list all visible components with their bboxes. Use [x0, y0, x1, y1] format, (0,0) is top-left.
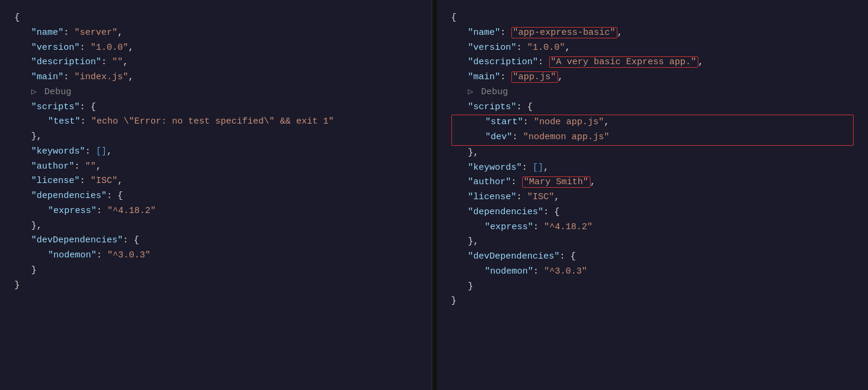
punct: : — [511, 177, 522, 187]
brace: } — [14, 278, 20, 293]
array-value: [] — [533, 163, 544, 173]
code-line: "express": "^4.18.2" — [14, 204, 417, 219]
code-line: "license": "ISC", — [451, 190, 854, 205]
debug-triangle: ▷ — [468, 85, 474, 100]
json-key: "license" — [31, 176, 80, 186]
punct: : — [80, 102, 91, 112]
string-value: "1.0.0" — [528, 43, 565, 53]
brace: } — [31, 263, 37, 278]
json-key: "description" — [468, 57, 538, 67]
punct: : — [501, 72, 511, 82]
json-key: "scripts" — [468, 102, 517, 112]
code-line: "description": "", — [14, 55, 417, 70]
string-value: "^3.0.3" — [107, 250, 150, 260]
string-value: "nodemon app.js" — [523, 132, 610, 142]
highlighted-value: "A very basic Express app." — [549, 56, 698, 68]
json-key: "name" — [31, 28, 64, 38]
punct: : — [534, 266, 544, 277]
string-value: "" — [112, 57, 123, 67]
highlighted-value: "app.js" — [511, 71, 558, 83]
debug-line: ▷ Debug — [468, 85, 508, 100]
punct: : — [534, 222, 544, 232]
brace: { — [451, 11, 457, 26]
punct: : — [517, 192, 528, 202]
json-key: "dependencies" — [31, 191, 107, 201]
punct: : — [523, 117, 534, 127]
json-key: "dev" — [486, 132, 513, 142]
comma: , — [128, 72, 134, 82]
code-line: "description": "A very basic Express app… — [451, 55, 854, 70]
code-line: "dependencies": { — [14, 189, 417, 204]
punct: : — [85, 146, 96, 157]
panel-separator — [432, 0, 437, 390]
punct: : — [64, 72, 74, 82]
punct: : — [513, 132, 523, 142]
json-key: "test" — [48, 116, 80, 127]
string-value: "ISC" — [91, 176, 117, 186]
code-line: "name": "server", — [14, 26, 417, 41]
json-key: "devDependencies" — [468, 251, 560, 262]
code-line: } — [451, 294, 854, 309]
punct: : — [522, 163, 533, 173]
code-line: } — [14, 278, 417, 293]
comma: , — [107, 146, 112, 157]
code-line: "scripts": { — [14, 100, 417, 115]
string-value: "A very basic Express app." — [551, 57, 697, 67]
code-line: "name": "app-express-basic", — [451, 26, 854, 41]
punct: : — [80, 176, 91, 186]
comma: , — [604, 117, 610, 127]
code-line: }, — [451, 235, 854, 250]
brace: { — [134, 235, 139, 245]
punct: : — [80, 43, 91, 53]
code-line: "author": "", — [14, 160, 417, 175]
json-key: "name" — [468, 28, 501, 38]
json-key: "description" — [31, 57, 101, 67]
punct: : — [501, 28, 511, 38]
code-line: "license": "ISC", — [14, 174, 417, 189]
code-line: "express": "^4.18.2" — [451, 220, 854, 235]
brace: { — [571, 251, 576, 262]
json-key: "main" — [468, 72, 501, 82]
code-line: { — [451, 11, 854, 26]
comma: , — [544, 163, 549, 173]
string-value: "node app.js" — [534, 117, 604, 127]
json-key: "devDependencies" — [31, 235, 123, 245]
json-key: "author" — [31, 161, 74, 172]
brace: }, — [468, 146, 479, 161]
json-key: "express" — [485, 222, 534, 232]
string-value: "app-express-basic" — [513, 28, 616, 38]
debug-line: ▷ Debug — [31, 85, 71, 100]
punct: : — [80, 116, 91, 127]
string-value: "echo \"Error: no test specified\" && ex… — [91, 116, 334, 127]
comma: , — [698, 57, 704, 67]
code-line: "keywords": [], — [14, 145, 417, 160]
json-key: "version" — [31, 43, 80, 53]
json-key: "author" — [468, 177, 511, 187]
code-line: "scripts": { — [451, 100, 854, 115]
code-line: "version": "1.0.0", — [451, 41, 854, 56]
punct: : — [560, 251, 571, 262]
code-line: "dependencies": { — [451, 205, 854, 220]
comma: , — [558, 72, 563, 82]
code-line: ▷ Debug — [14, 85, 417, 100]
right-panel: {"name": "app-express-basic","version": … — [437, 0, 869, 390]
brace: { — [91, 102, 96, 112]
brace: { — [14, 11, 20, 26]
left-panel: {"name": "server","version": "1.0.0","de… — [0, 0, 432, 390]
punct: : — [123, 235, 134, 245]
code-line: "author": "Mary Smith", — [451, 175, 854, 190]
code-line: { — [14, 11, 417, 26]
json-key: "start" — [486, 117, 523, 127]
highlighted-value: "Mary Smith" — [522, 176, 590, 188]
punct: : — [538, 57, 549, 67]
comma: , — [590, 177, 596, 187]
punct: : — [97, 206, 107, 216]
comma: , — [96, 161, 101, 172]
brace: }, — [31, 130, 42, 145]
json-key: "nodemon" — [48, 250, 97, 260]
comma: , — [128, 43, 134, 53]
punct: : — [517, 43, 528, 53]
code-line: } — [451, 280, 854, 295]
string-value: "^3.0.3" — [544, 266, 587, 277]
comma: , — [554, 192, 560, 202]
